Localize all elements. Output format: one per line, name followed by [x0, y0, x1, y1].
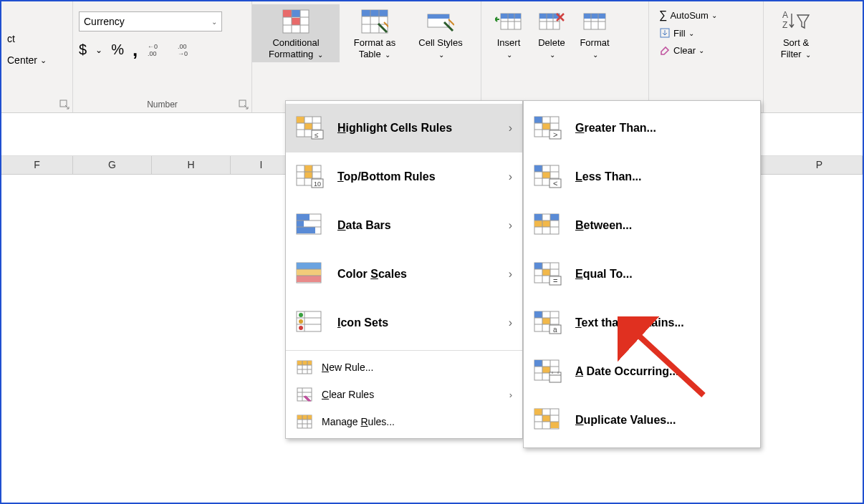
chevron-down-icon: ⌄ — [699, 47, 704, 54]
svg-rect-131 — [542, 318, 550, 324]
between-icon — [534, 213, 562, 238]
chevron-down-icon: ⌄ — [688, 29, 694, 37]
chevron-right-icon: › — [509, 389, 512, 400]
column-header[interactable]: H — [152, 156, 231, 174]
svg-text:<: < — [553, 179, 557, 188]
chevron-down-icon: ⌄ — [507, 51, 512, 59]
number-controls: $ ⌄ % , ←0.00 .00→0 — [79, 39, 246, 61]
top-bottom-rules-item[interactable]: 10 Top/Bottom Rules › — [286, 152, 522, 201]
duplicate-values-item[interactable]: Duplicate Values... — [524, 396, 760, 445]
chevron-down-icon: ⌄ — [549, 51, 555, 59]
svg-text:a: a — [553, 326, 557, 334]
decrease-decimal-button[interactable]: .00→0 — [176, 42, 198, 59]
svg-rect-41 — [297, 117, 304, 123]
greater-than-icon: > — [534, 115, 562, 141]
svg-rect-33 — [584, 14, 605, 19]
insert-cells-icon — [494, 7, 523, 36]
svg-text:→0: →0 — [178, 50, 188, 57]
chevron-down-icon: ⌄ — [317, 51, 323, 59]
svg-rect-121 — [534, 263, 542, 269]
svg-rect-151 — [542, 415, 550, 422]
percent-button[interactable]: % — [111, 42, 124, 58]
svg-text:10: 10 — [314, 180, 321, 188]
svg-rect-114 — [542, 220, 550, 227]
column-header[interactable]: I — [231, 156, 292, 174]
fill-button[interactable]: Fill ⌄ — [658, 26, 754, 40]
svg-rect-150 — [534, 409, 542, 415]
format-button[interactable]: Format⌄ — [573, 4, 616, 62]
clear-button[interactable]: Clear ⌄ — [658, 43, 754, 57]
new-rule-icon — [296, 359, 313, 375]
text-contains-icon: a — [534, 310, 562, 336]
svg-rect-7 — [283, 10, 292, 17]
date-occurring-icon — [534, 359, 562, 384]
chevron-right-icon: › — [509, 219, 512, 232]
manage-rules-icon — [296, 414, 313, 430]
sort-filter-icon: AZ — [782, 7, 810, 36]
dialog-launcher-icon[interactable] — [59, 100, 69, 110]
center-button[interactable]: Center ⌄ — [7, 54, 67, 66]
top-bottom-icon: 10 — [296, 164, 325, 190]
format-as-table-icon — [360, 7, 389, 36]
between-item[interactable]: Between... — [524, 201, 760, 250]
equal-to-item[interactable]: = Equal To... — [524, 250, 760, 299]
sigma-icon: ∑ — [659, 9, 667, 21]
delete-cells-icon — [537, 7, 566, 36]
menu-separator — [286, 350, 522, 351]
svg-rect-9 — [292, 18, 300, 25]
equal-to-icon: = — [534, 261, 562, 287]
svg-rect-94 — [534, 117, 542, 123]
greater-than-item[interactable]: > Greater Than... — [524, 104, 760, 152]
accounting-format-button[interactable]: $ — [79, 42, 87, 58]
color-scales-icon — [296, 261, 325, 287]
svg-text:≤: ≤ — [315, 131, 319, 139]
chevron-down-icon: ⌄ — [211, 18, 217, 26]
eraser-icon — [659, 44, 671, 56]
cell-styles-button[interactable]: Cell Styles ⌄ — [410, 4, 471, 62]
chevron-down-icon: ⌄ — [385, 51, 390, 59]
svg-rect-104 — [542, 172, 550, 178]
clear-rules-icon — [296, 387, 313, 402]
cells-group: Insert⌄ Delete⌄ Format⌄ — [481, 1, 649, 112]
svg-rect-152 — [550, 422, 559, 428]
svg-rect-130 — [534, 311, 542, 318]
less-than-item[interactable]: < Less Than... — [524, 152, 760, 201]
svg-rect-23 — [501, 14, 521, 19]
editing-group-right: AZ Sort & Filter ⌄ — [764, 1, 828, 112]
duplicate-values-icon — [534, 407, 562, 433]
chevron-down-icon: ⌄ — [805, 51, 811, 59]
svg-rect-88 — [297, 415, 312, 420]
sort-filter-button[interactable]: AZ Sort & Filter ⌄ — [769, 4, 822, 62]
date-occurring-item[interactable]: A Date Occurring... — [524, 347, 760, 396]
delete-button[interactable]: Delete⌄ — [530, 4, 573, 62]
svg-rect-65 — [297, 263, 321, 269]
clear-rules-item[interactable]: Clear Rules › — [286, 381, 522, 408]
svg-rect-59 — [297, 214, 309, 220]
new-rule-item[interactable]: New Rule... — [286, 354, 522, 381]
svg-rect-21 — [428, 14, 449, 19]
highlight-cells-rules-item[interactable]: ≤ HHighlight Cells Rulesighlight Cells R… — [286, 104, 522, 152]
column-header[interactable]: F — [1, 156, 73, 174]
svg-rect-60 — [297, 220, 304, 227]
column-header[interactable]: P — [777, 156, 863, 174]
text-contains-item[interactable]: a Text that Contains... — [524, 299, 760, 347]
comma-style-button[interactable]: , — [133, 39, 138, 61]
chevron-down-icon: ⌄ — [711, 11, 717, 19]
format-as-table-button[interactable]: Format as Table ⌄ — [340, 4, 410, 62]
icon-sets-icon — [296, 310, 325, 336]
increase-decimal-button[interactable]: ←0.00 — [146, 42, 168, 59]
conditional-formatting-icon — [282, 7, 310, 36]
icon-sets-item[interactable]: Icon Sets › — [286, 299, 522, 347]
color-scales-item[interactable]: Color Scales › — [286, 250, 522, 299]
autosum-button[interactable]: ∑ AutoSum ⌄ — [658, 7, 754, 23]
manage-rules-item[interactable]: Manage Rules... — [286, 408, 522, 435]
conditional-formatting-button[interactable]: Conditional Formatting ⌄ — [252, 4, 340, 62]
number-format-dropdown[interactable]: Currency ⌄ — [79, 11, 222, 32]
insert-button[interactable]: Insert⌄ — [487, 4, 530, 62]
column-header[interactable]: G — [73, 156, 152, 174]
number-group-label: Number — [73, 98, 251, 111]
data-bars-item[interactable]: Data Bars › — [286, 201, 522, 250]
styles-group: Conditional Formatting ⌄ Format as Table… — [252, 1, 481, 112]
svg-point-72 — [299, 319, 303, 324]
dialog-launcher-icon[interactable] — [239, 100, 249, 110]
